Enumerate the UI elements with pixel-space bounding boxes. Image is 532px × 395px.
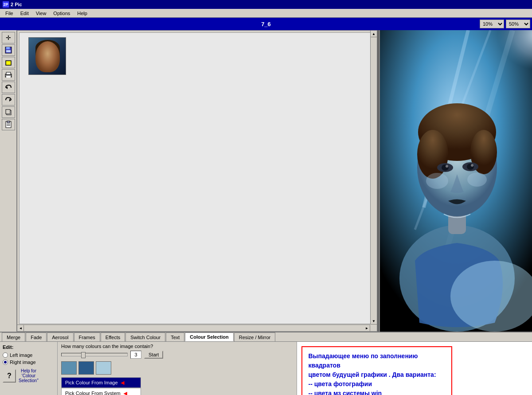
pick-colour-from-image[interactable]: Pick Colour From Image ◄	[61, 377, 141, 388]
radio-right-image[interactable]: Right image	[3, 360, 55, 365]
svg-rect-1	[6, 47, 10, 49]
pick-system-arrow: ◄	[122, 390, 129, 395]
svg-rect-2	[6, 50, 11, 52]
top-toolbar: 7_6 10% 25% 50% 100% 25% 50% 75% 100%	[0, 18, 532, 30]
help-button[interactable]: ?	[3, 369, 16, 383]
pick-image-label: Pick Colour From Image	[65, 380, 118, 385]
left-toolbar: ✛	[0, 30, 17, 332]
tab-switch-colour[interactable]: Switch Colour	[125, 332, 165, 341]
app-title: 2 Pic	[11, 2, 22, 7]
slider-row: 3 Start	[61, 351, 293, 359]
colour-swatches	[61, 361, 293, 375]
swatch-1[interactable]	[61, 361, 77, 375]
annotation-line-2: цветом будущей графики . Два варианта:	[309, 370, 445, 379]
canvas-area[interactable]: ◄ ► ▲ ▼	[17, 30, 377, 332]
paste-tool-btn[interactable]	[2, 119, 15, 130]
annotation-box: Выпадающее меню по заполнению квадратов …	[301, 346, 452, 395]
pick-system-label: Pick Colour From System	[65, 391, 121, 395]
annotation-line-3: -- цвета фотографии	[309, 379, 445, 389]
tab-aerosol[interactable]: Aerosol	[47, 332, 73, 341]
filename-label: 7_6	[261, 21, 271, 27]
radio-left-label: Left image	[10, 352, 32, 358]
radio-left-circle[interactable]	[3, 352, 8, 358]
bottom-panel: Merge Fade Aerosol Frames Effects Switch…	[0, 332, 532, 395]
preview-image	[380, 30, 532, 332]
scroll-right-btn[interactable]: ►	[364, 325, 370, 332]
scroll-left-btn[interactable]: ◄	[17, 325, 24, 332]
canvas-inner	[19, 32, 375, 324]
rect-tool-btn[interactable]	[2, 57, 15, 68]
swatch-2[interactable]	[78, 361, 94, 375]
title-bar: 2P 2 Pic	[0, 0, 532, 9]
swatch-3[interactable]	[96, 361, 111, 375]
svg-rect-5	[6, 72, 11, 74]
pick-colour-from-system[interactable]: Pick Colour From System ◄	[61, 388, 141, 395]
save-tool-btn[interactable]	[2, 44, 15, 56]
svg-rect-12	[7, 121, 10, 123]
print-tool-btn[interactable]	[2, 69, 15, 81]
help-label: Help for'ColourSelection''	[19, 368, 39, 383]
vertical-scrollbar[interactable]: ▲ ▼	[370, 31, 377, 325]
start-button[interactable]: Start	[144, 351, 163, 359]
move-tool-btn[interactable]: ✛	[2, 32, 15, 43]
annotation-area: Выпадающее меню по заполнению квадратов …	[297, 342, 532, 395]
svg-rect-10	[6, 110, 10, 114]
zoom1-select[interactable]: 10% 25% 50% 100%	[480, 20, 504, 28]
undo-tool-btn[interactable]	[2, 82, 15, 93]
menu-options[interactable]: Options	[50, 10, 74, 17]
slider-thumb[interactable]	[81, 352, 86, 358]
scroll-up-btn[interactable]: ▲	[371, 31, 377, 37]
svg-rect-3	[6, 61, 11, 65]
colours-label: How many colours can the image contain?	[61, 344, 293, 349]
scroll-down-btn[interactable]: ▼	[371, 318, 377, 325]
annotation-line-1: Выпадающее меню по заполнению квадратов	[309, 352, 445, 370]
zoom2-select[interactable]: 25% 50% 75% 100%	[506, 20, 530, 28]
tab-bar: Merge Fade Aerosol Frames Effects Switch…	[0, 332, 532, 341]
svg-point-33	[467, 172, 487, 187]
colour-selection-controls: How many colours can the image contain? …	[58, 342, 297, 395]
slider-value: 3	[130, 351, 141, 359]
menu-help[interactable]: Help	[74, 10, 91, 17]
right-preview	[379, 30, 532, 332]
redo-tool-btn[interactable]	[2, 94, 15, 106]
svg-rect-6	[6, 76, 11, 78]
radio-right-circle[interactable]	[3, 360, 8, 365]
colour-dropdown-menu: Pick Colour From Image ◄ Pick Colour Fro…	[61, 377, 141, 395]
annotation-line-4: -- цвета мз системы win	[309, 389, 445, 395]
svg-point-30	[446, 165, 448, 168]
app-icon: 2P	[3, 1, 9, 8]
zoom-controls: 10% 25% 50% 100% 25% 50% 75% 100%	[480, 20, 530, 28]
menu-view[interactable]: View	[32, 10, 50, 17]
tab-text[interactable]: Text	[166, 332, 184, 341]
copy-tool-btn[interactable]	[2, 106, 15, 118]
bottom-content: Edit: Left image Right image ? Help for'…	[0, 341, 532, 395]
tab-effects[interactable]: Effects	[101, 332, 125, 341]
colour-slider[interactable]	[61, 353, 128, 356]
canvas-thumbnail	[28, 37, 66, 75]
menu-file[interactable]: File	[2, 10, 17, 17]
menu-bar: File Edit View Options Help	[0, 9, 532, 18]
horizontal-scrollbar[interactable]: ◄ ►	[17, 325, 370, 331]
main-area: ✛	[0, 30, 532, 332]
tab-merge[interactable]: Merge	[2, 332, 25, 341]
radio-right-label: Right image	[10, 360, 36, 365]
menu-edit[interactable]: Edit	[17, 10, 32, 17]
edit-label: Edit:	[3, 344, 55, 350]
tab-colour-selection[interactable]: Colour Selection	[185, 332, 233, 341]
radio-left-image[interactable]: Left image	[3, 352, 55, 358]
svg-point-31	[471, 164, 473, 167]
tab-resize-mirror[interactable]: Resize / Mirror	[234, 332, 276, 341]
tab-fade[interactable]: Fade	[26, 332, 47, 341]
pick-image-arrow: ◄	[120, 379, 126, 386]
bottom-left-panel: Edit: Left image Right image ? Help for'…	[0, 342, 58, 395]
tab-frames[interactable]: Frames	[74, 332, 100, 341]
svg-point-32	[426, 173, 448, 189]
